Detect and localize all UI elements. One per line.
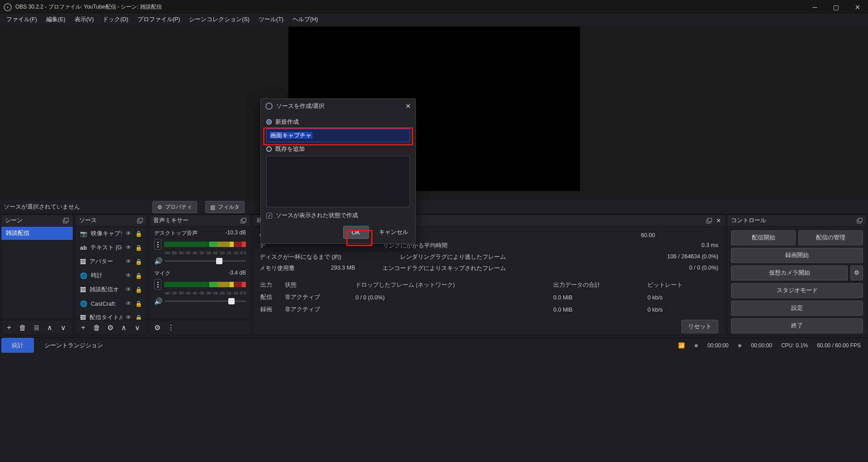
table-cell: 0 kb/s	[647, 304, 717, 315]
tick-label: -20	[219, 251, 225, 255]
vcam-settings-button[interactable]: ⚙	[850, 266, 863, 280]
start-stream-button[interactable]: 配信開始	[731, 230, 796, 245]
lock-icon[interactable]: 🔒	[135, 272, 142, 279]
popout-icon[interactable]	[136, 217, 143, 224]
move-up-button[interactable]: ∧	[119, 323, 129, 333]
popout-icon[interactable]	[240, 217, 247, 224]
table-row: 配信非アクティブ0 / 0 (0.0%)0.0 MiB0 kb/s	[260, 292, 717, 303]
move-down-button[interactable]: ∨	[132, 323, 142, 333]
menu-item[interactable]: プロファイル(P)	[133, 14, 185, 25]
bottom-bar: 統計 シーントランジション 📶 ● 00:00:00 ● 00:00:00 CP…	[0, 337, 868, 353]
menu-item[interactable]: 表示(V)	[70, 14, 99, 25]
stats-col-header: ビットレート	[647, 280, 717, 291]
visibility-icon[interactable]: 👁	[126, 286, 132, 293]
lock-icon[interactable]: 🔒	[135, 244, 142, 251]
start-record-button[interactable]: 録画開始	[731, 248, 863, 263]
radio-existing[interactable]: 既存を追加	[266, 145, 410, 153]
menu-item[interactable]: 編集(E)	[42, 14, 70, 25]
reset-button[interactable]: リセット	[681, 320, 718, 333]
source-item[interactable]: 🖼雑談配信オ👁🔒	[75, 283, 147, 297]
mute-button[interactable]: 🔊	[154, 257, 161, 265]
start-vcam-button[interactable]: 仮想カメラ開始	[731, 266, 848, 280]
move-down-button[interactable]: ∨	[58, 323, 68, 333]
existing-sources-list[interactable]	[266, 156, 410, 207]
tab-stats[interactable]: 統計	[1, 338, 34, 353]
lock-icon[interactable]: 🔒	[135, 286, 142, 293]
filters-button[interactable]: ▥ フィルタ	[205, 201, 245, 213]
mixer-menu-button[interactable]: ⋮	[166, 323, 176, 333]
maximize-button[interactable]: ▢	[826, 0, 847, 14]
tick-label: -45	[184, 251, 190, 255]
menu-item[interactable]: シーンコレクション(S)	[184, 14, 254, 25]
table-cell: 録画	[260, 304, 284, 315]
remove-source-button[interactable]: 🗑	[92, 323, 102, 333]
exit-button[interactable]: 終了	[731, 318, 863, 333]
tick-label: -40	[191, 251, 197, 255]
titlebar: OBS 30.2.2 - プロファイル: YouTube配信 - シーン: 雑談…	[0, 0, 868, 14]
add-source-button[interactable]: ＋	[78, 323, 88, 333]
popout-icon[interactable]	[62, 217, 69, 224]
visibility-icon[interactable]: 👁	[126, 230, 132, 237]
source-item[interactable]: 🖼配信タイトル👁🔒	[75, 311, 147, 320]
channel-menu-button[interactable]	[154, 239, 161, 250]
volume-slider[interactable]	[165, 300, 246, 302]
tick-label: -60	[164, 251, 170, 255]
visibility-icon[interactable]: 👁	[126, 244, 132, 251]
remove-scene-button[interactable]: 🗑	[18, 323, 28, 333]
source-item[interactable]: 🖼アバター👁🔒	[75, 255, 147, 269]
scene-item[interactable]: 雑談配信	[1, 227, 73, 240]
properties-button[interactable]: ⚙ プロパティ	[152, 201, 197, 213]
minimize-button[interactable]: ─	[804, 0, 826, 14]
lock-icon[interactable]: 🔒	[135, 314, 142, 320]
table-cell: 0.0 MiB	[553, 304, 646, 315]
cancel-button[interactable]: キャンセル	[377, 226, 410, 239]
visibility-icon[interactable]: 👁	[126, 258, 132, 265]
visibility-icon[interactable]: 👁	[126, 272, 132, 279]
dialog-close-button[interactable]: ✕	[406, 103, 411, 110]
source-name-input[interactable]: 画面キャプチャ	[266, 129, 410, 142]
source-item[interactable]: abテキスト (GD👁🔒	[75, 241, 147, 255]
table-cell: 非アクティブ	[285, 304, 355, 315]
manage-stream-button[interactable]: 配信の管理	[798, 230, 863, 245]
mixer-settings-button[interactable]: ⚙	[152, 323, 162, 333]
menu-item[interactable]: ツール(T)	[254, 14, 288, 25]
mute-button[interactable]: 🔊	[154, 297, 161, 305]
make-visible-label: ソースが表示された状態で作成	[276, 212, 358, 219]
move-up-button[interactable]: ∧	[45, 323, 55, 333]
menu-item[interactable]: ドック(D)	[98, 14, 132, 25]
source-item[interactable]: 📷映像キャプチ👁🔒	[75, 227, 147, 241]
visibility-icon[interactable]: 👁	[126, 300, 132, 307]
tick-label: -50	[178, 251, 184, 255]
add-scene-button[interactable]: ＋	[4, 323, 14, 333]
lock-icon[interactable]: 🔒	[135, 230, 142, 237]
lock-icon[interactable]: 🔒	[135, 300, 142, 307]
menu-item[interactable]: ヘルプ(H)	[288, 14, 322, 25]
tick-label: -55	[171, 291, 177, 295]
source-item-label: 映像キャプチ	[91, 230, 122, 238]
volume-slider[interactable]	[165, 260, 246, 262]
channel-menu-button[interactable]	[154, 279, 161, 290]
ok-button[interactable]: OK	[343, 226, 369, 239]
close-dock-button[interactable]: ✕	[716, 217, 721, 224]
status-fps: 60.00 / 60.00 FPS	[817, 342, 861, 349]
make-visible-checkbox[interactable]: ✓ ソースが表示された状態で作成	[266, 212, 410, 219]
source-item-label: 雑談配信オ	[90, 286, 119, 294]
studio-mode-button[interactable]: スタジオモード	[731, 283, 863, 298]
popout-icon[interactable]	[705, 217, 712, 224]
lock-icon[interactable]: 🔒	[135, 258, 142, 265]
scenes-dock: シーン 雑談配信 ＋ 🗑 ≣ ∧ ∨	[1, 215, 73, 336]
source-item[interactable]: 🌐CastCraft:👁🔒	[75, 297, 147, 311]
source-item[interactable]: 🌐時計👁🔒	[75, 269, 147, 283]
close-button[interactable]: ✕	[847, 0, 868, 14]
settings-button[interactable]: 設定	[731, 301, 863, 316]
tab-transitions[interactable]: シーントランジション	[34, 338, 113, 353]
svg-rect-9	[859, 218, 862, 222]
tick-label: -40	[191, 291, 197, 295]
source-props-button[interactable]: ⚙	[105, 323, 115, 333]
scene-filter-button[interactable]: ≣	[31, 323, 41, 333]
popout-icon[interactable]	[856, 217, 863, 224]
visibility-icon[interactable]: 👁	[126, 314, 132, 320]
menu-item[interactable]: ファイル(F)	[2, 14, 42, 25]
table-cell: 0 / 0 (0.0%)	[355, 292, 552, 303]
radio-new[interactable]: 新規作成	[266, 118, 410, 126]
